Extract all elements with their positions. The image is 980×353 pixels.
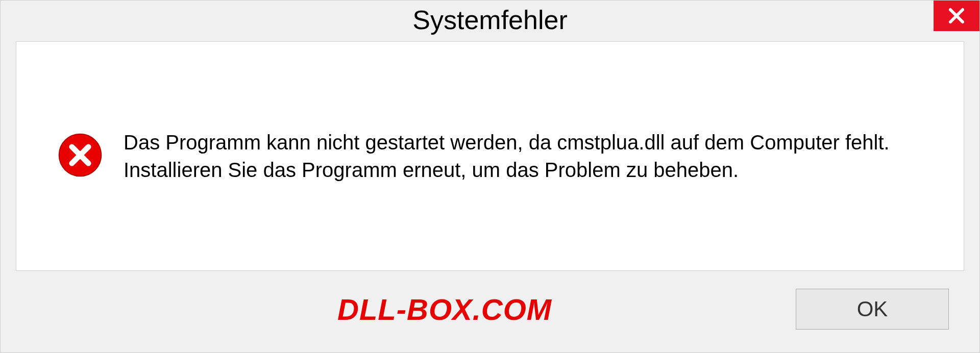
footer: DLL-BOX.COM OK — [1, 281, 979, 352]
close-button[interactable] — [934, 1, 979, 31]
titlebar: Systemfehler — [1, 1, 979, 41]
error-dialog: Systemfehler Das Programm kann nicht ges… — [0, 0, 980, 353]
content-area: Das Programm kann nicht gestartet werden… — [16, 41, 964, 271]
ok-button-label: OK — [857, 297, 888, 321]
error-message: Das Programm kann nicht gestartet werden… — [124, 129, 933, 184]
ok-button[interactable]: OK — [796, 289, 949, 330]
close-icon — [947, 7, 966, 25]
dialog-title: Systemfehler — [412, 5, 567, 35]
error-icon — [57, 132, 103, 180]
watermark-text: DLL-BOX.COM — [337, 292, 552, 326]
